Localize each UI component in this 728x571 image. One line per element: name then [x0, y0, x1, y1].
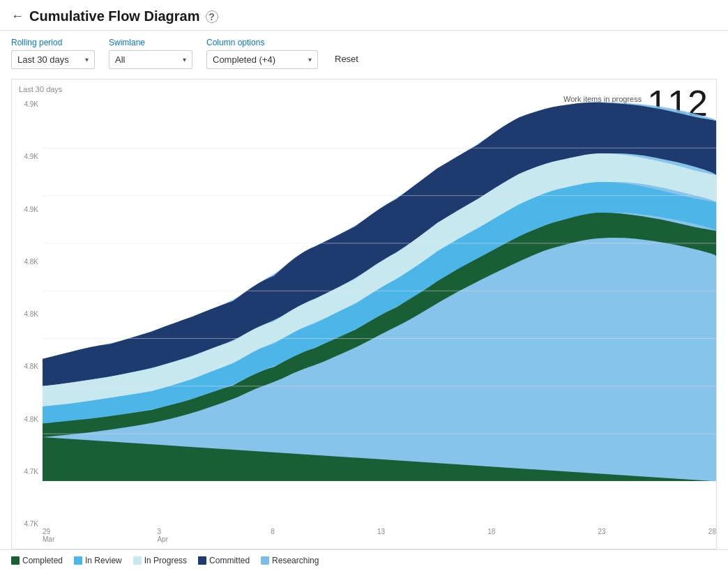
column-options-group: Column options Completed (+4) ▾ — [206, 38, 318, 69]
chart-area: Last 30 days Work items in progress Aver… — [11, 79, 717, 549]
x-label-group: 23 — [598, 528, 606, 549]
legend-item-researching: Researching — [261, 556, 319, 565]
chart-legend: Completed In Review In Progress Committe… — [0, 549, 728, 571]
y-label: 4.8K — [12, 310, 43, 318]
x-label: 28 — [708, 528, 716, 535]
swimlane-group: Swimlane All ▾ — [109, 38, 192, 69]
swimlane-label: Swimlane — [109, 38, 192, 47]
flow-chart-svg — [43, 100, 716, 481]
header: ← Cumulative Flow Diagram ? — [0, 0, 728, 31]
rolling-period-label: Rolling period — [11, 38, 95, 47]
legend-swatch-in-review — [74, 556, 82, 565]
x-label-group: 18 — [487, 528, 495, 549]
y-label: 4.9K — [12, 153, 43, 160]
x-label: 13 — [377, 528, 385, 535]
x-label: 18 — [487, 528, 495, 535]
column-options-select[interactable]: Completed (+4) ▾ — [206, 50, 318, 69]
legend-label-in-progress: In Progress — [144, 556, 187, 565]
legend-label-in-review: In Review — [85, 556, 122, 565]
x-label-group: 28 — [708, 528, 716, 549]
legend-swatch-in-progress — [133, 556, 142, 565]
x-label: 23 — [598, 528, 606, 535]
y-label: 4.8K — [12, 416, 43, 423]
x-label-group: 29 Mar — [43, 528, 54, 549]
chevron-down-icon: ▾ — [308, 56, 312, 63]
controls-bar: Rolling period Last 30 days ▾ Swimlane A… — [0, 31, 728, 76]
chevron-down-icon: ▾ — [85, 56, 89, 63]
x-label-group: 13 — [377, 528, 385, 549]
rolling-period-select[interactable]: Last 30 days ▾ — [11, 50, 95, 69]
y-label: 4.9K — [12, 100, 43, 108]
rolling-period-value: Last 30 days — [17, 54, 69, 65]
x-label: Apr — [157, 535, 168, 543]
legend-label-committed: Committed — [209, 556, 250, 565]
column-options-label: Column options — [206, 38, 318, 47]
y-label: 4.9K — [12, 206, 43, 213]
x-label: 29 — [43, 528, 50, 535]
y-label: 4.8K — [12, 258, 43, 266]
x-label: 8 — [271, 528, 275, 535]
swimlane-select[interactable]: All ▾ — [109, 50, 192, 69]
rolling-period-group: Rolling period Last 30 days ▾ — [11, 38, 95, 69]
x-label-group: 3 Apr — [157, 528, 168, 549]
x-label: Mar — [43, 535, 54, 543]
legend-swatch-researching — [261, 556, 269, 565]
x-label-group: 8 — [271, 528, 275, 549]
back-button[interactable]: ← — [11, 9, 24, 24]
legend-item-committed: Committed — [198, 556, 250, 565]
page-title: Cumulative Flow Diagram — [29, 8, 200, 24]
y-label: 4.7K — [12, 468, 43, 475]
legend-swatch-committed — [198, 556, 206, 565]
chart-period-label: Last 30 days — [19, 85, 62, 93]
chevron-down-icon: ▾ — [183, 56, 186, 63]
x-label: 3 — [157, 528, 161, 535]
legend-swatch-completed — [11, 556, 20, 565]
y-label: 4.8K — [12, 363, 43, 370]
legend-item-in-progress: In Progress — [133, 556, 187, 565]
reset-button[interactable]: Reset — [332, 50, 361, 68]
help-icon[interactable]: ? — [206, 10, 218, 23]
x-axis: 29 Mar 3 Apr 8 13 18 23 — [43, 528, 716, 549]
page-container: ← Cumulative Flow Diagram ? Rolling peri… — [0, 0, 728, 571]
y-label: 4.7K — [12, 520, 43, 528]
y-axis: 4.9K 4.9K 4.9K 4.8K 4.8K 4.8K 4.8K 4.7K … — [12, 100, 43, 528]
legend-label-researching: Researching — [272, 556, 319, 565]
legend-item-in-review: In Review — [74, 556, 122, 565]
legend-item-completed: Completed — [11, 556, 63, 565]
column-options-value: Completed (+4) — [213, 54, 275, 65]
swimlane-value: All — [115, 54, 125, 65]
legend-label-completed: Completed — [22, 556, 63, 565]
back-icon: ← — [11, 9, 24, 24]
